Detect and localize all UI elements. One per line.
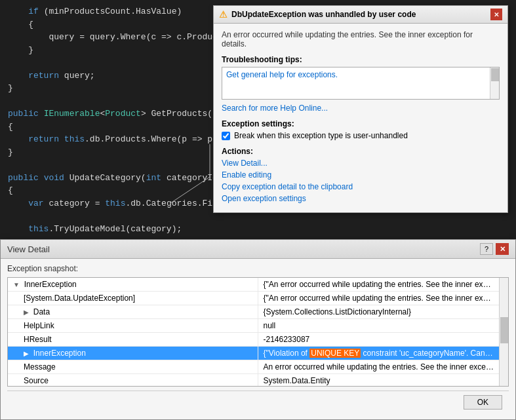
exception-dialog-close-button[interactable]: ✕ xyxy=(490,9,502,20)
view-detail-link[interactable]: View Detail... xyxy=(222,159,500,168)
unhandled-checkbox[interactable] xyxy=(222,132,230,140)
view-detail-dialog: View Detail ? ✕ Exception snapshot: ▼ In… xyxy=(0,239,516,420)
table-row[interactable]: SourceSystem.Data.Entity xyxy=(8,374,508,387)
exception-dialog-title-text: DbUpdateException was unhandled by user … xyxy=(231,10,416,19)
exception-settings-label: Exception settings: xyxy=(222,119,500,128)
exception-dialog-titlebar: ⚠ DbUpdateException was unhandled by use… xyxy=(214,6,507,24)
help-box: Get general help for exceptions. xyxy=(222,67,500,100)
table-row[interactable]: ▼ InnerException{"An error occurred whil… xyxy=(8,278,508,292)
copy-exception-link[interactable]: Copy exception detail to the clipboard xyxy=(222,182,500,191)
view-detail-close-button[interactable]: ✕ xyxy=(496,243,509,255)
actions-section: Actions: View Detail... Enable editing C… xyxy=(222,147,500,203)
exception-dialog-title: ⚠ DbUpdateException was unhandled by use… xyxy=(219,9,416,20)
table-row[interactable]: HelpLinknull xyxy=(8,319,508,333)
help-scrollbar[interactable] xyxy=(490,67,499,99)
search-more-link[interactable]: Search for more Help Online... xyxy=(222,104,500,113)
code-line: this.TryUpdateModel(category); xyxy=(8,223,508,236)
expand-icon[interactable]: ▶ xyxy=(24,350,31,357)
view-detail-body: Exception snapshot: ▼ InnerException{"An… xyxy=(1,259,515,419)
ok-button[interactable]: OK xyxy=(464,395,502,410)
view-detail-controls: ? ✕ xyxy=(480,243,509,255)
snapshot-label: Exception snapshot: xyxy=(7,264,509,273)
table-scrollbar[interactable] xyxy=(499,278,508,386)
exception-table: ▼ InnerException{"An error occurred whil… xyxy=(7,277,509,387)
view-detail-help-button[interactable]: ? xyxy=(480,243,493,255)
exception-description: An error occurred while updating the ent… xyxy=(222,30,500,48)
actions-label: Actions: xyxy=(222,147,500,156)
table-row[interactable]: [System.Data.UpdateException]{"An error … xyxy=(8,292,508,305)
exception-checkbox-row: Break when this exception type is user-u… xyxy=(222,131,500,140)
table-scrollbar-thumb xyxy=(500,317,508,343)
exception-dialog: ⚠ DbUpdateException was unhandled by use… xyxy=(213,5,508,213)
table-row[interactable]: ▶ Data{System.Collections.ListDictionary… xyxy=(8,305,508,319)
enable-editing-link[interactable]: Enable editing xyxy=(222,170,500,180)
highlighted-text: UNIQUE KEY xyxy=(309,349,361,358)
table-row[interactable]: MessageAn error occurred while updating … xyxy=(8,360,508,374)
exception-checkbox-label: Break when this exception type is user-u… xyxy=(234,131,408,140)
open-settings-link[interactable]: Open exception settings xyxy=(222,194,500,203)
table-row[interactable]: ▶ InnerException{"Violation of UNIQUE KE… xyxy=(8,347,508,360)
exception-settings: Exception settings: Break when this exce… xyxy=(222,119,500,140)
expand-icon[interactable]: ▶ xyxy=(24,309,31,316)
view-detail-footer: OK xyxy=(7,391,509,413)
expand-icon[interactable]: ▼ xyxy=(13,281,22,288)
warning-icon: ⚠ xyxy=(219,9,228,20)
troubleshooting-label: Troubleshooting tips: xyxy=(222,55,500,64)
exception-dialog-body: An error occurred while updating the ent… xyxy=(214,24,507,212)
general-help-link[interactable]: Get general help for exceptions. xyxy=(226,70,338,79)
table-row[interactable]: HResult-2146233087 xyxy=(8,333,508,347)
view-detail-title: View Detail xyxy=(7,244,50,254)
view-detail-titlebar: View Detail ? ✕ xyxy=(1,240,515,259)
help-scrollbar-thumb xyxy=(491,68,499,81)
